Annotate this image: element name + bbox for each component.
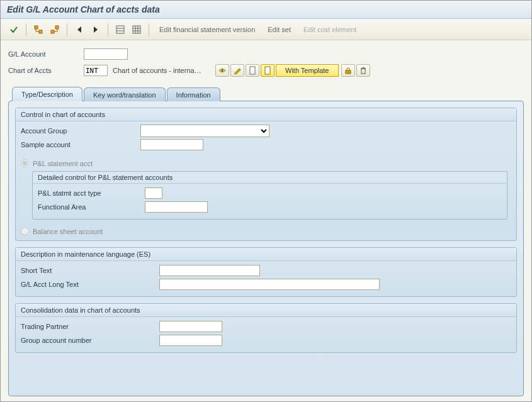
tab-type-description[interactable]: Type/Description (12, 87, 82, 101)
display-icon[interactable] (215, 64, 229, 77)
header-fields: G/L Account Chart of Accts Chart of acco… (1, 40, 531, 83)
toolbar: Edit financial statement version Edit se… (1, 19, 531, 40)
svg-rect-1 (39, 30, 42, 33)
svg-rect-8 (265, 67, 270, 74)
chart-of-accts-desc: Chart of accounts - interna… (113, 67, 210, 74)
pl-type-label: P&L statmt acct type (38, 189, 145, 197)
group-control-title: Control in chart of accounts (16, 108, 516, 121)
tab-strip: Type/Description Key word/translation In… (12, 87, 524, 101)
separator (67, 23, 67, 36)
balance-sheet-label: Balance sheet account (33, 228, 103, 235)
tab-panel: Control in chart of accounts Account Gro… (8, 101, 524, 396)
chart-of-accts-label: Chart of Accts (8, 67, 84, 74)
page-title: Edit G/L Account Chart of accts data (7, 4, 525, 14)
sample-account-label: Sample account (21, 141, 140, 148)
group-description: Description in maintenance language (ES)… (15, 247, 517, 297)
edit-set-link[interactable]: Edit set (263, 26, 296, 33)
edit-fin-stmt-link[interactable]: Edit financial statement version (154, 26, 260, 33)
trading-partner-input[interactable] (159, 321, 222, 332)
trading-partner-label: Trading Partner (21, 323, 159, 330)
svg-rect-0 (35, 26, 38, 29)
pl-type-input[interactable] (145, 187, 162, 199)
svg-rect-9 (346, 70, 351, 74)
svg-rect-3 (51, 30, 54, 33)
list-view-icon[interactable] (113, 23, 127, 36)
group-account-input[interactable] (159, 335, 222, 346)
account-group-label: Account Group (21, 127, 140, 135)
chart-of-accts-input[interactable] (84, 65, 108, 76)
hierarchy-left-icon[interactable] (31, 23, 45, 36)
separator (149, 23, 149, 36)
svg-rect-4 (116, 26, 124, 33)
delete-icon[interactable] (356, 64, 370, 77)
svg-rect-7 (250, 67, 255, 74)
group-consolidation: Consolidation data in chart of accounts … (15, 303, 517, 353)
functional-area-input[interactable] (145, 201, 208, 213)
edit-cost-element-link: Edit cost element (298, 26, 361, 33)
short-text-input[interactable] (159, 265, 260, 276)
pl-statement-radio[interactable] (21, 159, 29, 167)
new-doc-icon[interactable] (261, 64, 274, 77)
tab-keyword-translation[interactable]: Key word/translation (84, 87, 166, 101)
separator (108, 23, 108, 36)
group-control: Control in chart of accounts Account Gro… (15, 108, 517, 241)
window: Edit G/L Account Chart of accts data Edi… (0, 0, 532, 402)
prev-icon[interactable] (72, 23, 86, 36)
lock-icon[interactable] (341, 64, 355, 77)
functional-area-label: Functional Area (38, 203, 145, 211)
balance-sheet-radio[interactable] (21, 227, 29, 235)
account-group-select[interactable] (140, 125, 269, 137)
sample-account-input[interactable] (140, 139, 203, 150)
svg-rect-10 (361, 69, 365, 74)
group-account-label: Group account number (21, 337, 159, 344)
check-icon[interactable] (7, 23, 21, 36)
grid-view-icon[interactable] (130, 23, 144, 36)
edit-icon[interactable] (230, 64, 244, 77)
long-text-input[interactable] (159, 279, 380, 290)
tab-area: Type/Description Key word/translation In… (1, 83, 531, 402)
svg-point-6 (221, 69, 224, 72)
tab-information[interactable]: Information (167, 87, 220, 101)
pl-statement-label: P&L statement acct (33, 160, 93, 167)
gl-account-label: G/L Account (8, 50, 84, 58)
short-text-label: Short Text (21, 267, 159, 274)
next-icon[interactable] (89, 23, 103, 36)
group-consolidation-title: Consolidation data in chart of accounts (16, 304, 516, 317)
long-text-label: G/L Acct Long Text (21, 281, 159, 288)
pl-statement-radio-row: P&L statement acct (16, 157, 516, 170)
with-template-button[interactable]: With Template (276, 64, 339, 77)
detailed-control-title: Detailed control for P&L statement accou… (33, 172, 507, 184)
separator (26, 23, 26, 36)
title-bar: Edit G/L Account Chart of accts data (1, 1, 531, 19)
balance-sheet-radio-row: Balance sheet account (16, 225, 516, 240)
hierarchy-right-icon[interactable] (48, 23, 62, 36)
gl-account-input[interactable] (84, 48, 128, 60)
group-description-title: Description in maintenance language (ES) (16, 248, 516, 261)
new-icon[interactable] (246, 64, 259, 77)
with-template-label: With Template (285, 67, 329, 74)
svg-rect-2 (55, 26, 59, 29)
detailed-control-group: Detailed control for P&L statement accou… (32, 171, 507, 220)
svg-rect-5 (133, 26, 140, 33)
